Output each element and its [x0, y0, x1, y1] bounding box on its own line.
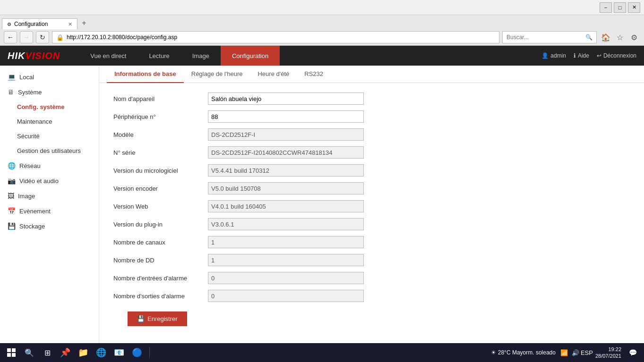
sidebar-item-users[interactable]: Gestion des utilisateurs: [0, 143, 99, 158]
sidebar-item-local[interactable]: 💻 Local: [0, 69, 99, 84]
header-right: 👤 admin ℹ Aide ↩ Déconnexion: [541, 52, 636, 59]
save-button[interactable]: 💾 Enregistrer: [128, 311, 187, 326]
field-plugin: Version du plug-in: [113, 218, 630, 230]
tab-favicon: ⚙: [7, 22, 11, 27]
field-device-name: Nom d'appareil: [113, 93, 630, 105]
taskbar-app4-icon[interactable]: 📧: [112, 345, 127, 360]
label-encoder: Version encoder: [113, 185, 208, 192]
sidebar: 💻 Local 🖥 Système Config. système Mainte…: [0, 66, 99, 347]
sidebar-item-storage[interactable]: 💾 Stockage: [0, 219, 99, 234]
sidebar-item-maintenance[interactable]: Maintenance: [0, 114, 99, 129]
form-area: Nom d'appareil Périphérique n° Modèle N°…: [99, 83, 644, 336]
nav-image[interactable]: Image: [181, 46, 221, 66]
input-device-no[interactable]: [208, 110, 364, 123]
input-channels: [208, 236, 364, 248]
sidebar-item-network[interactable]: 🌐 Réseau: [0, 158, 99, 173]
label-serial: N° série: [113, 149, 208, 156]
settings-icon[interactable]: ⚙: [628, 31, 640, 43]
tab-close-button[interactable]: ✕: [68, 21, 72, 27]
refresh-button[interactable]: ↻: [36, 31, 49, 43]
tray-icon-2[interactable]: 🔊: [571, 348, 580, 357]
nav-live[interactable]: Vue en direct: [79, 46, 137, 66]
field-hdd: Nombre de DD: [113, 254, 630, 266]
content-area: Informations de base Réglage de l'heure …: [99, 66, 644, 347]
sidebar-item-security[interactable]: Sécurité: [0, 129, 99, 143]
search-input[interactable]: [507, 34, 584, 41]
star-icon[interactable]: ☆: [614, 31, 626, 43]
input-firmware: [208, 164, 364, 177]
taskbar-search-icon[interactable]: 🔍: [22, 345, 37, 360]
input-web: [208, 200, 364, 212]
nav-config[interactable]: Configuration: [221, 46, 280, 66]
help-label: Aide: [578, 52, 589, 59]
address-bar[interactable]: 🔒: [52, 31, 499, 43]
svg-rect-1: [12, 348, 16, 352]
sidebar-item-config-sys[interactable]: Config. système: [0, 100, 99, 114]
field-alarm-in: Nombre d'entrées d'alarme: [113, 272, 630, 284]
logout-button[interactable]: ↩ Déconnexion: [597, 52, 636, 59]
sidebar-label-security: Sécurité: [17, 133, 40, 140]
svg-rect-3: [12, 353, 16, 357]
taskbar-app1-icon[interactable]: 📌: [58, 345, 73, 360]
user-icon-group[interactable]: 👤 admin: [541, 52, 566, 59]
taskbar-apps-icon[interactable]: ⊞: [40, 345, 55, 360]
tab-time[interactable]: Réglage de l'heure: [184, 66, 250, 83]
new-tab-button[interactable]: +: [77, 17, 91, 29]
sys-tray-icons: 📶 🔊 ESP: [559, 348, 592, 357]
field-firmware: Version du micrologiciel: [113, 164, 630, 177]
tab-rs232[interactable]: RS232: [297, 66, 331, 83]
maximize-button[interactable]: □: [614, 2, 626, 13]
window-controls: − □ ✕: [600, 2, 640, 13]
sidebar-label-storage: Stockage: [19, 223, 45, 230]
label-alarm-in: Nombre d'entrées d'alarme: [113, 275, 208, 282]
tray-icon-1[interactable]: 📶: [559, 348, 569, 357]
language-indicator[interactable]: ESP: [582, 348, 592, 357]
taskbar-app3-icon[interactable]: 🌐: [94, 345, 109, 360]
browser-toolbar: ← → ↻ 🔒 🔍 🏠 ☆ ⚙: [0, 29, 644, 45]
input-plugin: [208, 218, 364, 230]
main-layout: 💻 Local 🖥 Système Config. système Mainte…: [0, 66, 644, 347]
close-button[interactable]: ✕: [628, 2, 640, 13]
tab-basic[interactable]: Informations de base: [107, 66, 184, 83]
sidebar-item-system[interactable]: 🖥 Système: [0, 84, 99, 100]
help-button[interactable]: ℹ Aide: [574, 52, 589, 59]
back-button[interactable]: ←: [4, 31, 17, 43]
search-bar[interactable]: 🔍: [502, 31, 597, 43]
label-alarm-out: Nombre d'sorties d'alarme: [113, 293, 208, 300]
label-firmware: Version du micrologiciel: [113, 167, 208, 174]
sidebar-label-image: Image: [18, 193, 35, 200]
weather-text: 28°C Mayorm. soleado: [498, 349, 556, 356]
sidebar-label-video-audio: Vidéo et audio: [19, 177, 59, 185]
notification-center-icon[interactable]: 💬: [625, 345, 640, 360]
title-bar: − □ ✕: [0, 0, 644, 15]
sidebar-item-video-audio[interactable]: 📷 Vidéo et audio: [0, 173, 99, 188]
label-device-name: Nom d'appareil: [113, 95, 208, 102]
field-channels: Nombre de canaux: [113, 236, 630, 248]
label-web: Version Web: [113, 203, 208, 210]
clock-date: 28/07/2021: [595, 353, 621, 359]
input-alarm-in: [208, 272, 364, 284]
tab-bar: ⚙ Configuration ✕ +: [0, 15, 644, 29]
forward-button[interactable]: →: [20, 31, 33, 43]
nav-playback[interactable]: Lecture: [137, 46, 180, 66]
start-button[interactable]: [4, 345, 19, 360]
browser-chrome: ⚙ Configuration ✕ + ← → ↻ 🔒 🔍 🏠 ☆ ⚙: [0, 15, 644, 46]
input-device-name[interactable]: [208, 93, 364, 105]
minimize-button[interactable]: −: [600, 2, 612, 13]
image-icon: 🖼: [8, 192, 14, 200]
sidebar-label-config-sys: Config. système: [17, 103, 64, 110]
browser-tab[interactable]: ⚙ Configuration ✕: [2, 18, 77, 29]
taskbar-ie-icon[interactable]: 🔵: [129, 345, 145, 360]
logo-hik: HIK: [8, 51, 25, 61]
taskbar-app2-icon[interactable]: 📁: [76, 345, 91, 360]
sidebar-label-event: Evènement: [19, 208, 51, 215]
sidebar-item-event[interactable]: 📅 Evènement: [0, 203, 99, 219]
sidebar-item-image[interactable]: 🖼 Image: [0, 188, 99, 203]
url-input[interactable]: [67, 34, 495, 41]
label-device-no: Périphérique n°: [113, 113, 208, 120]
toolbar-icons: 🏠 ☆ ⚙: [600, 31, 640, 43]
tab-dst[interactable]: Heure d'été: [250, 66, 297, 83]
home-icon[interactable]: 🏠: [600, 31, 612, 43]
username-label: admin: [550, 52, 566, 59]
save-icon: 💾: [137, 315, 145, 322]
